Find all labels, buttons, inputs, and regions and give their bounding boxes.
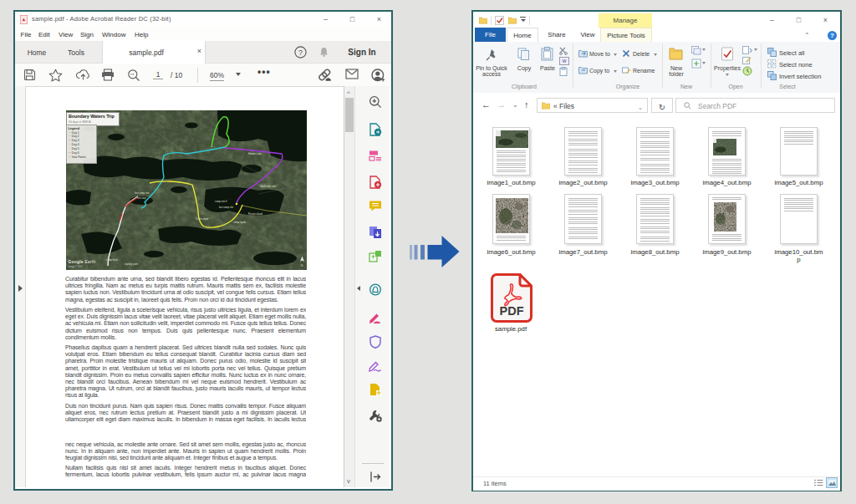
svg-text:Turtle island: Turtle island [196, 217, 209, 221]
svg-text:rest stop: rest stop [137, 196, 146, 200]
svg-text:last camp site: last camp site [219, 206, 234, 209]
svg-text:camp rapids: camp rapids [233, 221, 247, 224]
svg-text:Picture island: Picture island [248, 212, 262, 216]
svg-text:Shell Lake side: Shell Lake side [260, 185, 276, 188]
svg-text:starting point: starting point [125, 262, 138, 266]
svg-text:camp finish: camp finish [106, 258, 119, 262]
svg-text:camp site 3: camp site 3 [215, 200, 227, 203]
svg-text:Hearns Lake: Hearns Lake [248, 152, 262, 155]
svg-text:?: ? [830, 32, 834, 39]
svg-text:PDF: PDF [500, 304, 524, 318]
svg-text:first camp site: first camp site [135, 191, 150, 195]
svg-text:?: ? [298, 48, 303, 57]
